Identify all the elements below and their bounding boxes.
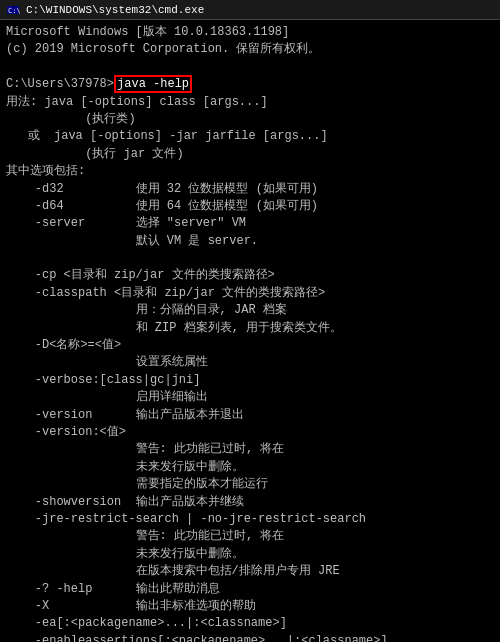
svg-text:C:\: C:\ bbox=[8, 7, 20, 15]
title-bar: C:\ C:\WINDOWS\system32\cmd.exe bbox=[0, 0, 500, 20]
title-text: C:\WINDOWS\system32\cmd.exe bbox=[26, 4, 204, 16]
line-1: Microsoft Windows [版本 10.0.18363.1198] (… bbox=[6, 25, 395, 642]
cmd-icon: C:\ bbox=[6, 3, 20, 17]
terminal[interactable]: Microsoft Windows [版本 10.0.18363.1198] (… bbox=[0, 20, 500, 642]
